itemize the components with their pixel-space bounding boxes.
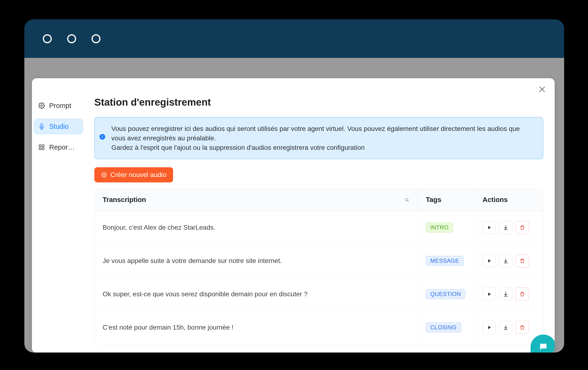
download-icon	[503, 225, 509, 230]
play-button[interactable]	[483, 221, 496, 234]
sidebar-item-prompt[interactable]: Prompt	[33, 98, 83, 114]
row-actions	[483, 321, 529, 334]
cell-actions	[474, 211, 543, 244]
download-icon	[503, 291, 509, 297]
play-icon	[486, 291, 492, 297]
tag-badge: INTRO	[426, 223, 453, 233]
svg-point-2	[41, 105, 42, 106]
info-banner-line1: Vous pouvez enregistrer ici des audios q…	[111, 124, 534, 143]
svg-line-14	[408, 201, 409, 202]
sidebar-item-label: Prompt	[49, 102, 71, 110]
transcription-text: C'est noté pour demain 15h, bonne journé…	[103, 324, 233, 331]
tag-badge: MESSAGE	[426, 256, 464, 266]
col-actions-label: Actions	[483, 196, 508, 204]
cell-tags: MESSAGE	[418, 246, 474, 276]
sidebar-item-reporting[interactable]: Repor…	[33, 139, 83, 155]
cell-tags: CLOSING	[418, 312, 474, 343]
play-button[interactable]	[483, 254, 496, 267]
cell-transcription: Bonjour, c'est Alex de chez StarLeads.	[94, 212, 418, 243]
cell-actions	[474, 244, 543, 278]
svg-rect-3	[41, 123, 42, 127]
tag-badge: QUESTION	[426, 289, 465, 299]
create-audio-button[interactable]: Créer nouvel audio	[94, 167, 173, 182]
delete-button[interactable]	[516, 221, 529, 234]
cell-actions	[474, 278, 543, 311]
svg-rect-7	[42, 145, 44, 147]
sidebar-item-label: Studio	[49, 123, 69, 130]
cell-transcription: Ok super, est-ce que vous serez disponib…	[94, 279, 418, 309]
table-row: C'est noté pour demain 15h, bonne journé…	[94, 311, 543, 344]
transcription-text: Bonjour, c'est Alex de chez StarLeads.	[103, 224, 215, 231]
table-row: Je vous appelle suite à votre demande su…	[94, 244, 543, 278]
download-icon	[503, 258, 509, 264]
chat-icon	[538, 342, 549, 352]
download-icon	[503, 325, 509, 330]
transcription-text: Je vous appelle suite à votre demande su…	[103, 257, 282, 265]
transcription-text: Ok super, est-ce que vous serez disponib…	[103, 290, 308, 298]
download-button[interactable]	[499, 321, 512, 334]
table-header: Transcription Tags Actions	[94, 189, 543, 211]
traffic-light-zoom[interactable]	[92, 34, 100, 43]
delete-button[interactable]	[516, 288, 529, 301]
col-tags: Tags	[418, 189, 474, 211]
table-row: Ok super, est-ce que vous serez disponib…	[94, 278, 543, 311]
col-tags-label: Tags	[426, 196, 441, 204]
window-titlebar	[24, 19, 564, 58]
col-actions: Actions	[474, 189, 543, 211]
table-row: Bonjour, c'est Alex de chez StarLeads.IN…	[94, 211, 543, 244]
trash-icon	[519, 258, 525, 264]
search-icon[interactable]	[404, 197, 410, 203]
main-panel: Station d'enregistrement i Vous pouvez e…	[85, 78, 555, 352]
cell-transcription: C'est noté pour demain 15h, bonne journé…	[94, 312, 418, 343]
delete-button[interactable]	[516, 254, 529, 267]
delete-button[interactable]	[516, 321, 529, 334]
play-icon	[486, 225, 492, 230]
plus-circle-icon	[101, 172, 107, 178]
sidebar-item-studio[interactable]: Studio	[33, 118, 83, 134]
traffic-light-close[interactable]	[43, 34, 52, 43]
download-button[interactable]	[499, 288, 512, 301]
stage: Prompt Studio Repor…	[0, 0, 588, 370]
play-icon	[486, 258, 492, 264]
cell-transcription: Je vous appelle suite à votre demande su…	[94, 246, 418, 276]
trash-icon	[519, 225, 525, 230]
trash-icon	[519, 291, 525, 297]
cell-tags: INTRO	[418, 212, 474, 243]
studio-modal: Prompt Studio Repor…	[32, 78, 555, 352]
row-actions	[483, 288, 529, 301]
gear-icon	[38, 102, 45, 109]
svg-rect-6	[39, 145, 41, 147]
sidebar-item-label: Repor…	[49, 144, 75, 151]
play-button[interactable]	[483, 321, 496, 334]
create-audio-label: Créer nouvel audio	[110, 171, 167, 179]
cell-actions	[474, 311, 543, 344]
info-banner-line2: Gardez à l'esprit que l'ajout ou la supp…	[111, 143, 534, 152]
app-window: Prompt Studio Repor…	[24, 19, 564, 352]
mic-icon	[38, 123, 45, 130]
trash-icon	[519, 325, 525, 330]
download-button[interactable]	[499, 221, 512, 234]
info-banner: i Vous pouvez enregistrer ici des audios…	[94, 117, 543, 159]
tag-badge: CLOSING	[426, 322, 461, 332]
svg-rect-9	[42, 148, 44, 150]
col-transcription-label: Transcription	[103, 196, 146, 204]
audio-table: Transcription Tags Actions	[94, 189, 543, 344]
grid-icon	[38, 144, 45, 151]
download-button[interactable]	[499, 254, 512, 267]
row-actions	[483, 254, 529, 267]
content-backdrop: Prompt Studio Repor…	[24, 58, 564, 352]
cell-tags: QUESTION	[418, 279, 474, 309]
table-body: Bonjour, c'est Alex de chez StarLeads.IN…	[94, 211, 543, 344]
row-actions	[483, 221, 529, 234]
page-title: Station d'enregistrement	[94, 97, 543, 108]
traffic-light-minimize[interactable]	[67, 34, 76, 43]
info-icon: i	[100, 134, 105, 140]
play-button[interactable]	[483, 288, 496, 301]
svg-rect-8	[39, 148, 41, 150]
col-transcription: Transcription	[94, 189, 418, 211]
play-icon	[486, 325, 492, 330]
sidebar: Prompt Studio Repor…	[32, 78, 85, 352]
